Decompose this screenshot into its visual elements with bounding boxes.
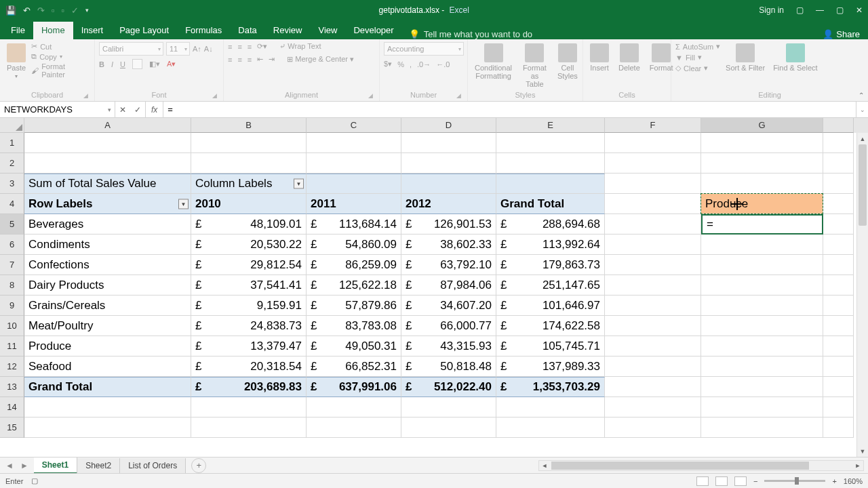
- cell[interactable]: [401, 133, 496, 153]
- cell[interactable]: £1,353,703.29: [496, 377, 605, 397]
- cell[interactable]: [307, 418, 401, 438]
- fill-button[interactable]: ▼ Fill ▾: [675, 53, 720, 62]
- cell[interactable]: £49,050.31: [307, 336, 401, 357]
- cell[interactable]: [496, 133, 605, 153]
- worksheet-grid[interactable]: A B C D E F G 123Sum of Total Sales Valu…: [0, 118, 868, 457]
- cell[interactable]: Grand Total: [496, 194, 605, 214]
- cell[interactable]: Row Labels▼: [24, 194, 191, 214]
- tab-developer[interactable]: Developer: [345, 22, 401, 39]
- maximize-icon[interactable]: ▢: [836, 5, 844, 15]
- cell[interactable]: [701, 174, 823, 194]
- cell[interactable]: [605, 194, 701, 214]
- minimize-icon[interactable]: —: [816, 5, 824, 15]
- cell[interactable]: Column Labels▼: [191, 174, 307, 194]
- cell[interactable]: [605, 133, 701, 153]
- col-header-a[interactable]: A: [24, 118, 191, 133]
- cell[interactable]: £288,694.68: [496, 214, 605, 235]
- cell[interactable]: [823, 418, 854, 438]
- sheet-tab-list-of-orders[interactable]: List of Orders: [120, 458, 186, 473]
- cell[interactable]: [605, 153, 701, 174]
- cell[interactable]: [701, 418, 823, 438]
- cell[interactable]: £179,863.73: [496, 255, 605, 275]
- cancel-formula-icon[interactable]: ✕: [119, 105, 126, 115]
- cell[interactable]: [191, 397, 307, 418]
- cell[interactable]: Confections: [24, 255, 191, 275]
- cell[interactable]: [24, 397, 191, 418]
- row-header[interactable]: 11: [0, 336, 24, 357]
- tab-formulas[interactable]: Formulas: [177, 22, 230, 39]
- insert-cells-button[interactable]: Insert: [587, 42, 612, 73]
- launcher-icon[interactable]: ◢: [368, 92, 373, 99]
- cell[interactable]: Grand Total: [24, 377, 191, 397]
- cell[interactable]: [701, 153, 823, 174]
- cell[interactable]: Produce: [24, 336, 191, 357]
- format-painter-button[interactable]: 🖌 Format Painter: [31, 62, 90, 79]
- cell[interactable]: Grains/Cereals: [24, 296, 191, 316]
- vertical-scrollbar[interactable]: ▲▼: [856, 133, 868, 457]
- cell[interactable]: [24, 153, 191, 174]
- horizontal-scrollbar[interactable]: ◄►: [538, 460, 864, 471]
- find-select-button[interactable]: Find & Select: [770, 42, 820, 73]
- cell[interactable]: [823, 153, 854, 174]
- cell[interactable]: Dairy Products: [24, 275, 191, 296]
- cell[interactable]: [823, 336, 854, 357]
- zoom-level[interactable]: 160%: [844, 477, 863, 485]
- cell[interactable]: £251,147.65: [496, 275, 605, 296]
- cell[interactable]: [701, 397, 823, 418]
- copy-button[interactable]: ⧉ Copy ▾: [31, 52, 90, 61]
- cell[interactable]: [605, 275, 701, 296]
- undo-icon[interactable]: ↶: [23, 5, 31, 16]
- cell[interactable]: £512,022.40: [401, 377, 496, 397]
- cell[interactable]: [605, 174, 701, 194]
- launcher-icon[interactable]: ◢: [456, 92, 461, 99]
- cell[interactable]: [823, 296, 854, 316]
- sheet-nav-next-icon[interactable]: ►: [20, 461, 28, 470]
- row-header[interactable]: 9: [0, 296, 24, 316]
- cell[interactable]: [823, 357, 854, 377]
- cell[interactable]: Sum of Total Sales Value: [24, 174, 191, 194]
- cell[interactable]: £24,838.73: [191, 316, 307, 336]
- row-header[interactable]: 3: [0, 174, 24, 194]
- cell[interactable]: [701, 377, 823, 397]
- redo-icon[interactable]: ↷: [37, 5, 45, 16]
- row-header[interactable]: 2: [0, 153, 24, 174]
- inc-decimal-icon[interactable]: .0→: [417, 60, 431, 68]
- col-header-b[interactable]: B: [191, 118, 307, 133]
- qat-customize-icon[interactable]: ▾: [85, 7, 89, 14]
- cell[interactable]: [24, 418, 191, 438]
- cell[interactable]: [307, 174, 401, 194]
- cell[interactable]: £37,541.41: [191, 275, 307, 296]
- italic-button[interactable]: I: [111, 60, 113, 68]
- ribbon-options-icon[interactable]: ▢: [796, 5, 804, 15]
- number-format-select[interactable]: Accounting: [384, 42, 464, 56]
- row-header[interactable]: 6: [0, 235, 24, 255]
- percent-icon[interactable]: %: [397, 60, 404, 68]
- cell[interactable]: [496, 153, 605, 174]
- collapse-ribbon-icon[interactable]: ⌃: [859, 92, 864, 99]
- underline-button[interactable]: U: [120, 60, 125, 68]
- cell[interactable]: £9,159.91: [191, 296, 307, 316]
- row-header[interactable]: 12: [0, 357, 24, 377]
- col-header-g[interactable]: G: [701, 118, 823, 133]
- cell[interactable]: £113,684.14: [307, 214, 401, 235]
- filter-dropdown-icon[interactable]: ▼: [294, 179, 304, 189]
- cell[interactable]: [605, 316, 701, 336]
- align-center-icon[interactable]: ≡: [237, 56, 241, 64]
- merge-center-button[interactable]: ⊞ Merge & Center ▾: [287, 55, 354, 64]
- cell[interactable]: [191, 418, 307, 438]
- cell[interactable]: [605, 235, 701, 255]
- tab-home[interactable]: Home: [33, 22, 73, 39]
- cell[interactable]: £20,318.54: [191, 357, 307, 377]
- cell[interactable]: [823, 214, 854, 235]
- cell[interactable]: [605, 255, 701, 275]
- launcher-icon[interactable]: ◢: [83, 92, 88, 99]
- row-header[interactable]: 7: [0, 255, 24, 275]
- orientation-icon[interactable]: ⟳▾: [257, 42, 267, 51]
- cell[interactable]: Condiments: [24, 235, 191, 255]
- formula-input[interactable]: =: [163, 102, 856, 117]
- cell[interactable]: [401, 174, 496, 194]
- font-size-select[interactable]: 11: [166, 42, 190, 56]
- fill-color-button[interactable]: ◧▾: [149, 60, 160, 68]
- cell[interactable]: [191, 153, 307, 174]
- font-color-button[interactable]: A▾: [167, 60, 176, 68]
